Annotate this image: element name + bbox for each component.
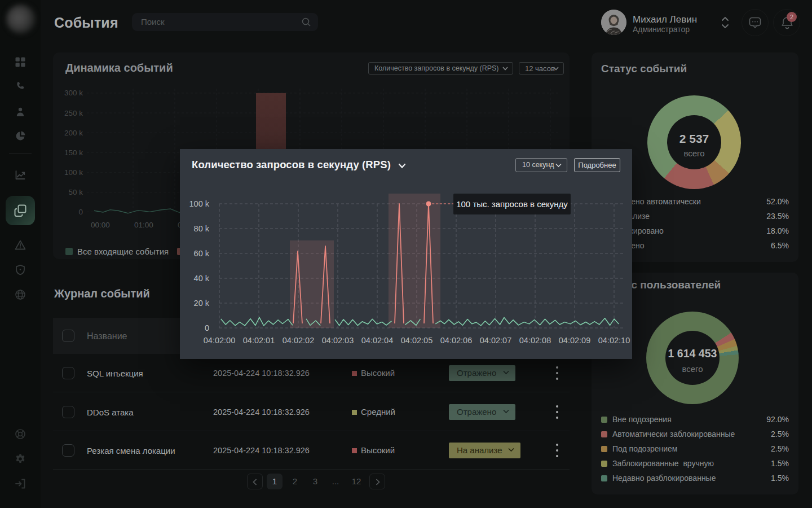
svg-text:01:00: 01:00 <box>134 221 153 229</box>
svg-text:04:02:01: 04:02:01 <box>243 336 275 345</box>
svg-text:20 k: 20 k <box>194 299 210 308</box>
svg-text:300 k: 300 k <box>64 89 83 97</box>
svg-text:04:02:03: 04:02:03 <box>322 336 354 345</box>
svg-text:40 k: 40 k <box>194 274 210 283</box>
svg-text:04:02:07: 04:02:07 <box>480 336 511 345</box>
svg-text:150 k: 150 k <box>64 148 83 157</box>
svg-text:0: 0 <box>78 208 83 216</box>
svg-text:50 k: 50 k <box>68 188 83 196</box>
svg-text:04:02:05: 04:02:05 <box>401 336 433 345</box>
svg-text:60 k: 60 k <box>194 249 210 258</box>
svg-text:04:02:10: 04:02:10 <box>598 336 630 345</box>
svg-text:250 k: 250 k <box>64 109 83 117</box>
svg-text:200 k: 200 k <box>64 129 83 137</box>
svg-text:00:00: 00:00 <box>91 221 110 229</box>
svg-text:04:02:06: 04:02:06 <box>440 336 472 345</box>
svg-text:0: 0 <box>205 323 209 332</box>
svg-text:04:02:02: 04:02:02 <box>283 336 314 345</box>
svg-text:04:02:00: 04:02:00 <box>204 336 235 345</box>
svg-text:04:02:08: 04:02:08 <box>519 336 551 345</box>
svg-text:04:02:04: 04:02:04 <box>361 336 393 345</box>
svg-text:100 k: 100 k <box>64 168 83 177</box>
svg-text:100 k: 100 k <box>189 199 210 208</box>
svg-text:04:02:09: 04:02:09 <box>559 336 590 345</box>
svg-text:80 k: 80 k <box>194 224 210 233</box>
